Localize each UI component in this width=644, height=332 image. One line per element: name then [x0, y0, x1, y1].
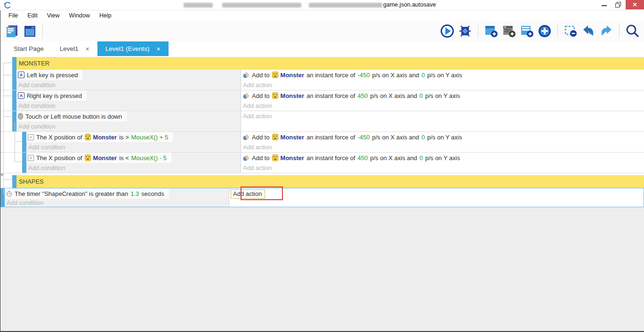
menu-file[interactable]: File [4, 11, 23, 20]
tab-start-page[interactable]: Start Page [6, 41, 52, 56]
tree-line [15, 162, 22, 162]
action-item[interactable]: Add to Monster an instant force of -450 … [241, 132, 644, 142]
position-icon: + [28, 155, 34, 161]
tree-line [3, 194, 12, 194]
event-row[interactable]: A Left key is pressed Add condition Add … [0, 70, 644, 90]
actions-cell: Add to Monster an instant force of -450 … [241, 132, 644, 152]
condition-item[interactable]: The timer "ShapeCreation" is greater tha… [5, 188, 169, 199]
force-hand-icon [243, 92, 250, 99]
title-redacted-segment [184, 3, 213, 8]
project-manager-icon[interactable] [4, 24, 19, 39]
actions-cell: Add to Monster an instant force of 450 p… [241, 153, 644, 173]
menu-edit[interactable]: Edit [23, 11, 42, 20]
collapse-arrow-icon[interactable]: ▾ [0, 171, 3, 178]
condition-item[interactable]: A Right key is pressed [16, 90, 87, 101]
condition-item[interactable]: Touch or Left mouse button is down [16, 111, 127, 121]
tree-line [3, 63, 12, 63]
add-comment-icon[interactable] [501, 24, 516, 39]
add-condition-button[interactable]: Add condition [16, 101, 241, 111]
actions-cell: Add to Monster an instant force of -450 … [241, 70, 644, 90]
event-color-bar [22, 132, 26, 152]
scene-editor-icon[interactable] [22, 24, 37, 39]
title-redacted-segment [222, 3, 301, 8]
event-group-shapes[interactable]: SHAPES [0, 175, 644, 188]
sub-event-row[interactable]: + The X position of Monster is > MouseX(… [0, 132, 644, 153]
add-action-button[interactable]: Add action [241, 101, 644, 111]
event-group-monster[interactable]: MONSTER [0, 57, 644, 70]
add-action-button[interactable]: Add action [241, 80, 644, 90]
title-redacted-segment [309, 3, 382, 8]
event-row[interactable]: A Right key is pressed Add condition Add… [0, 90, 644, 111]
action-item[interactable]: Add to Monster an instant force of 450 p… [241, 153, 644, 163]
tree-line [15, 122, 15, 162]
object-name: Monster [281, 92, 305, 99]
tab-level1-events[interactable]: Level1 (Events) × [97, 41, 169, 56]
delete-selection-icon[interactable] [563, 24, 578, 39]
tree-line [3, 179, 12, 180]
action-item[interactable]: Add to Monster an instant force of -450 … [241, 70, 644, 80]
group-label: SHAPES [16, 175, 644, 188]
keyboard-key-icon: A [18, 72, 24, 78]
title-bar: game.json.autosave ✕ [0, 0, 644, 10]
gdevelop-logo-icon [4, 1, 11, 9]
event-color-bar [22, 153, 26, 173]
tab-level1[interactable]: Level1 × [52, 41, 97, 56]
add-condition-button[interactable]: Add condition [16, 80, 241, 90]
object-name: Monster [93, 134, 117, 141]
toolbar-separator [557, 24, 558, 38]
add-condition-button[interactable]: Add condition [26, 163, 241, 173]
close-button[interactable]: ✕ [626, 0, 644, 9]
event-color-bar [12, 175, 16, 188]
event-color-bar [12, 90, 16, 111]
search-icon[interactable] [625, 24, 640, 39]
force-hand-icon [243, 154, 250, 161]
conditions-cell: + The X position of Monster is > MouseX(… [26, 132, 241, 152]
menu-bar: File Edit View Window Help [0, 10, 644, 21]
conditions-cell: A Right key is pressed Add condition [16, 90, 241, 111]
add-other-event-icon[interactable] [537, 24, 552, 39]
add-subevent-icon[interactable] [519, 24, 534, 39]
object-name: Monster [93, 154, 117, 162]
preview-play-icon[interactable] [440, 24, 455, 39]
add-condition-button[interactable]: Add condition [5, 199, 229, 207]
event-row-selected[interactable]: The timer "ShapeCreation" is greater tha… [0, 188, 644, 207]
toolbar [0, 21, 644, 41]
action-item[interactable]: Add to Monster an instant force of 450 p… [241, 90, 644, 101]
position-icon: + [28, 134, 34, 140]
debug-bug-icon[interactable] [458, 24, 473, 39]
tab-label: Level1 (Events) [105, 45, 150, 52]
redo-icon[interactable] [599, 24, 614, 39]
conditions-cell: A Left key is pressed Add condition [16, 70, 241, 90]
object-name: Monster [281, 134, 305, 141]
tab-close-icon[interactable]: × [86, 45, 89, 53]
menu-help[interactable]: Help [95, 11, 116, 20]
sub-event-row[interactable]: + The X position of Monster is < MouseX(… [0, 153, 644, 173]
object-name: Monster [281, 154, 305, 162]
monster-object-icon [272, 72, 278, 78]
condition-item[interactable]: + The X position of Monster is < MouseX(… [26, 153, 171, 163]
condition-item[interactable]: + The X position of Monster is > MouseX(… [26, 132, 173, 142]
actions-cell: Add action [229, 188, 644, 207]
add-event-icon[interactable] [483, 24, 499, 39]
monster-object-icon [85, 134, 91, 140]
add-action-button[interactable]: Add action [241, 111, 644, 121]
mouse-icon [18, 113, 23, 120]
menu-window[interactable]: Window [64, 11, 95, 20]
window-border [0, 10, 0, 332]
tree-line [3, 96, 12, 96]
minimize-button[interactable] [597, 0, 612, 9]
add-action-button[interactable]: Add action [241, 142, 644, 152]
menu-view[interactable]: View [42, 11, 64, 20]
add-action-button[interactable]: Add action [241, 163, 644, 173]
conditions-cell: + The X position of Monster is < MouseX(… [26, 153, 241, 173]
add-condition-button[interactable]: Add condition [26, 142, 241, 152]
condition-item[interactable]: A Left key is pressed [16, 70, 82, 80]
restore-button[interactable] [612, 0, 626, 9]
add-action-button[interactable]: Add action [231, 189, 265, 199]
undo-icon[interactable] [581, 24, 596, 39]
tab-close-icon[interactable]: × [157, 45, 161, 53]
add-condition-button[interactable]: Add condition [16, 121, 241, 131]
event-color-bar [0, 188, 5, 207]
keyboard-key-icon: A [18, 92, 24, 99]
event-row[interactable]: Touch or Left mouse button is down Add c… [0, 111, 644, 132]
